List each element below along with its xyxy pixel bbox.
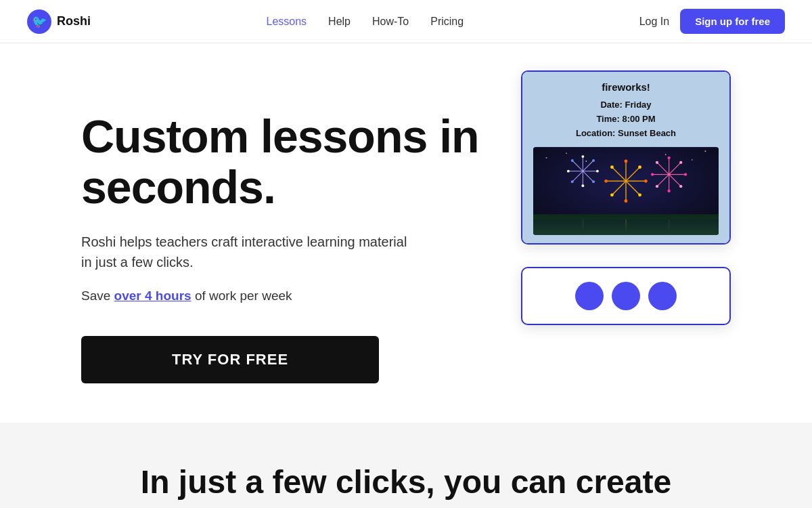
nav-help[interactable]: Help <box>328 16 351 28</box>
svg-point-53 <box>667 190 670 192</box>
svg-point-4 <box>566 153 567 154</box>
svg-point-24 <box>610 166 614 169</box>
svg-point-8 <box>704 151 706 152</box>
card-stack: fireworks! Date: Friday Time: 8:00 PM Lo… <box>501 70 744 355</box>
svg-point-21 <box>625 200 628 203</box>
svg-point-3 <box>546 157 547 158</box>
hero-save-before: Save <box>81 289 114 303</box>
quiz-circle-1 <box>575 282 604 310</box>
nav-pricing[interactable]: Pricing <box>430 16 464 28</box>
hero-save-after: of work per week <box>191 289 292 303</box>
svg-point-5 <box>585 161 587 162</box>
hero-subtitle: Roshi helps teachers craft interactive l… <box>81 232 420 272</box>
svg-rect-1 <box>533 215 719 234</box>
card-event-details: Date: Friday Time: 8:00 PM Location: Sun… <box>533 98 719 140</box>
lesson-card: fireworks! Date: Friday Time: 8:00 PM Lo… <box>521 70 731 245</box>
logo-icon: 🐦 <box>27 9 51 34</box>
hero-right: fireworks! Date: Friday Time: 8:00 PM Lo… <box>501 70 758 355</box>
svg-point-56 <box>656 161 658 164</box>
time-label: Time: <box>596 114 619 124</box>
location-value: Sunset Beach <box>618 128 676 138</box>
date-label: Date: <box>600 100 623 110</box>
nav-actions: Log In Sign up for free <box>639 9 785 34</box>
svg-point-33 <box>581 156 584 158</box>
login-button[interactable]: Log In <box>639 16 669 28</box>
bottom-section: In just a few clicks, you can create <box>0 423 812 508</box>
svg-point-22 <box>610 194 614 197</box>
try-for-free-button[interactable]: TRY FOR FREE <box>81 336 379 383</box>
quiz-circle-3 <box>648 282 677 310</box>
lesson-card-inner: fireworks! Date: Friday Time: 8:00 PM Lo… <box>522 72 729 243</box>
hero-save-text: Save over 4 hours of work per week <box>81 289 487 303</box>
bottom-title: In just a few clicks, you can create <box>81 463 731 501</box>
date-value: Friday <box>625 100 652 110</box>
nav-links: Lessons Help How-To Pricing <box>267 16 464 28</box>
svg-point-23 <box>604 179 608 183</box>
logo-link[interactable]: 🐦 Roshi <box>27 9 91 34</box>
fireworks-image <box>533 147 719 235</box>
svg-point-37 <box>581 185 584 188</box>
svg-point-19 <box>644 179 648 183</box>
svg-point-52 <box>679 185 682 188</box>
svg-point-35 <box>596 170 599 173</box>
nav-howto[interactable]: How-To <box>372 16 409 28</box>
svg-point-49 <box>667 156 670 159</box>
svg-point-38 <box>571 181 574 184</box>
svg-point-50 <box>679 161 682 164</box>
svg-point-40 <box>571 159 574 162</box>
svg-point-54 <box>656 185 658 188</box>
svg-point-6 <box>665 154 667 156</box>
svg-point-34 <box>592 159 595 162</box>
location-label: Location: <box>576 128 616 138</box>
nav-lessons[interactable]: Lessons <box>267 16 307 28</box>
hero-section: Custom lessons in seconds. Roshi helps t… <box>0 43 812 423</box>
svg-point-18 <box>638 166 641 169</box>
svg-point-36 <box>592 181 595 184</box>
svg-point-51 <box>684 173 687 176</box>
svg-point-20 <box>638 194 641 197</box>
card-event-title: fireworks! <box>533 81 719 93</box>
svg-rect-2 <box>533 219 719 234</box>
hero-save-highlight: over 4 hours <box>114 289 191 303</box>
svg-point-39 <box>567 170 570 173</box>
hero-title: Custom lessons in seconds. <box>81 111 487 213</box>
signup-button[interactable]: Sign up for free <box>680 9 785 34</box>
hero-left: Custom lessons in seconds. Roshi helps t… <box>81 84 487 383</box>
svg-point-55 <box>651 173 654 176</box>
brand-name: Roshi <box>57 14 91 28</box>
quiz-circle-2 <box>612 282 640 310</box>
quiz-card <box>521 267 731 325</box>
time-value: 8:00 PM <box>622 114 655 124</box>
svg-point-7 <box>692 159 693 161</box>
navbar: 🐦 Roshi Lessons Help How-To Pricing Log … <box>0 0 812 43</box>
svg-point-17 <box>625 160 628 163</box>
